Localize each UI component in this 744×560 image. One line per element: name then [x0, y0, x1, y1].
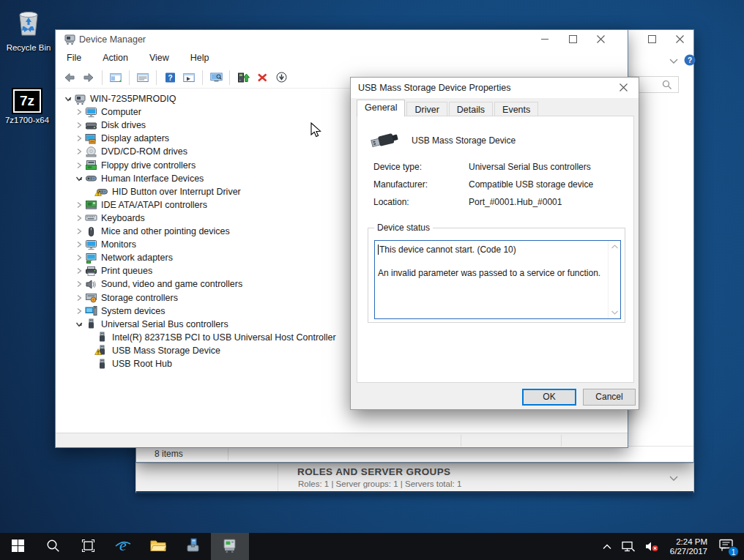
file-explorer-statusbar: 8 items: [136, 446, 693, 462]
tab-driver[interactable]: Driver: [406, 102, 447, 116]
cancel-button[interactable]: Cancel: [583, 389, 636, 406]
tree-item[interactable]: Disk drives: [74, 119, 146, 132]
maximize-button[interactable]: [638, 30, 666, 48]
server-manager-window[interactable]: ROLES AND SERVER GROUPS Roles: 1 | Serve…: [135, 463, 694, 493]
scroll-down-icon[interactable]: [609, 307, 620, 318]
tree-collapsed-chevron-icon[interactable]: [74, 294, 84, 302]
tree-item[interactable]: Storage controllers: [74, 291, 178, 305]
tab-details[interactable]: Details: [449, 102, 493, 116]
device-manager-app-icon: [64, 34, 76, 48]
tree-item[interactable]: HID Button over Interrupt Driver: [85, 185, 241, 198]
device-status-textarea[interactable]: This device cannot start. (Code 10) An i…: [374, 240, 621, 319]
toolbar-uninstall-device-icon[interactable]: [253, 69, 271, 86]
tree-item[interactable]: Sound, video and game controllers: [74, 277, 242, 291]
taskbar-app-search-icon[interactable]: [35, 533, 70, 560]
tray-chevron-up-icon[interactable]: [603, 544, 611, 550]
tree-expanded-chevron-icon[interactable]: [74, 321, 84, 328]
tree-item[interactable]: DVD/CD-ROM drives: [74, 145, 187, 158]
tree-item[interactable]: Computer: [74, 105, 141, 119]
tree-collapsed-chevron-icon[interactable]: [74, 135, 84, 142]
tree-collapsed-chevron-icon[interactable]: [74, 241, 84, 248]
tree-collapsed-chevron-icon[interactable]: [74, 148, 84, 155]
svg-text:?: ?: [688, 56, 692, 64]
tree-collapsed-chevron-icon[interactable]: [74, 280, 84, 288]
menu-file[interactable]: File: [59, 51, 89, 65]
tree-item[interactable]: Intel(R) 82371SB PCI to USB Universal Ho…: [85, 331, 336, 344]
tree-item[interactable]: Display adapters: [74, 132, 169, 145]
network-icon-tray[interactable]: [622, 541, 635, 552]
taskbar-app-server-manager-icon[interactable]: [176, 533, 211, 560]
action-center-button[interactable]: 1: [719, 539, 734, 554]
tree-collapsed-chevron-icon[interactable]: [74, 162, 84, 169]
tab-general[interactable]: General: [357, 100, 405, 116]
tree-item[interactable]: USB Mass Storage Device: [85, 344, 220, 357]
tree-item[interactable]: System devices: [74, 305, 165, 318]
tree-collapsed-chevron-icon[interactable]: [74, 201, 84, 209]
desktop-icon-recycle-bin[interactable]: Recycle Bin: [1, 4, 56, 52]
tree-item[interactable]: IDE ATA/ATAPI controllers: [74, 198, 207, 212]
chevron-down-icon[interactable]: [669, 474, 678, 484]
tree-expanded-chevron-icon[interactable]: [74, 175, 84, 182]
taskbar-clock[interactable]: 2:24 PM 6/27/2017: [670, 537, 707, 556]
tree-item[interactable]: WIN-72S5PMRODIQ: [63, 92, 176, 105]
tree-item[interactable]: Floppy drive controllers: [74, 159, 196, 172]
tree-item[interactable]: Human Interface Devices: [74, 172, 204, 185]
tree-item[interactable]: Print queues: [74, 264, 152, 277]
scrollbar[interactable]: [608, 241, 620, 318]
tree-collapsed-chevron-icon[interactable]: [74, 228, 84, 235]
tree-collapsed-chevron-icon[interactable]: [74, 108, 84, 116]
dialog-title: USB Mass Storage Device Properties: [358, 83, 510, 93]
toolbar-update-driver-icon[interactable]: [234, 69, 252, 86]
taskbar-app-device-manager-icon[interactable]: [211, 533, 249, 560]
tree-item[interactable]: Keyboards: [74, 212, 145, 225]
toolbar-help-icon[interactable]: ?: [161, 69, 179, 86]
tree-expanded-chevron-icon[interactable]: [63, 95, 73, 102]
desktop-icon-7zip[interactable]: 7z 7z1700-x64: [0, 88, 54, 124]
scroll-up-icon[interactable]: [609, 241, 620, 253]
taskbar-app-internet-explorer-icon[interactable]: e: [105, 533, 141, 560]
dialog-tabs: GeneralDriverDetailsEvents: [357, 100, 540, 116]
toolbar-disable-device-icon[interactable]: [272, 69, 290, 86]
taskbar-app-task-view-icon[interactable]: [70, 533, 105, 560]
ribbon-collapse-icon[interactable]: [669, 56, 678, 67]
help-icon[interactable]: ?: [684, 54, 696, 68]
sevenzip-icon: 7z: [12, 88, 42, 114]
toolbar-back-icon[interactable]: [61, 69, 78, 86]
tree-item-label: Floppy drive controllers: [101, 160, 196, 171]
dialog-titlebar[interactable]: USB Mass Storage Device Properties: [351, 78, 639, 98]
menu-view[interactable]: View: [141, 51, 177, 65]
tree-item-label: DVD/CD-ROM drives: [101, 146, 187, 157]
toolbar-show-properties-icon[interactable]: [180, 69, 198, 86]
roles-and-server-groups-heading: ROLES AND SERVER GROUPS: [297, 466, 451, 477]
tree-collapsed-chevron-icon[interactable]: [74, 122, 84, 129]
device-manager-titlebar[interactable]: Device Manager: [56, 30, 628, 49]
ok-button[interactable]: OK: [522, 389, 576, 406]
volume-muted-icon[interactable]: [645, 541, 659, 552]
toolbar-scan-hardware-icon[interactable]: [207, 69, 225, 86]
maximize-button[interactable]: [559, 30, 587, 48]
tree-item[interactable]: Network adapters: [74, 251, 173, 264]
tree-collapsed-chevron-icon[interactable]: [74, 254, 84, 261]
start-icon: [11, 539, 25, 555]
menu-action[interactable]: Action: [94, 51, 136, 65]
tree-collapsed-chevron-icon[interactable]: [74, 214, 84, 222]
item-count: 8 items: [155, 449, 183, 459]
toolbar-forward-icon[interactable]: [80, 69, 97, 86]
tab-events[interactable]: Events: [494, 102, 538, 116]
tree-collapsed-chevron-icon[interactable]: [74, 307, 84, 315]
tree-collapsed-chevron-icon[interactable]: [74, 267, 84, 275]
tree-item[interactable]: Mice and other pointing devices: [74, 225, 230, 238]
roles-stats: Roles: 1 | Server groups: 1 | Servers to…: [298, 479, 461, 488]
taskbar-app-file-explorer-icon[interactable]: [141, 533, 176, 560]
close-button[interactable]: [611, 79, 636, 96]
toolbar-export-list-icon[interactable]: [134, 69, 152, 86]
taskbar-app-start-icon[interactable]: [0, 533, 35, 560]
tree-item[interactable]: Monitors: [74, 238, 136, 251]
minimize-button[interactable]: [531, 30, 559, 48]
menu-help[interactable]: Help: [182, 51, 217, 65]
toolbar-show-console-tree-icon[interactable]: [107, 69, 124, 86]
tree-item[interactable]: USB Root Hub: [85, 357, 172, 370]
tree-item[interactable]: Universal Serial Bus controllers: [74, 318, 228, 331]
close-button[interactable]: [666, 30, 693, 48]
close-button[interactable]: [587, 30, 614, 48]
